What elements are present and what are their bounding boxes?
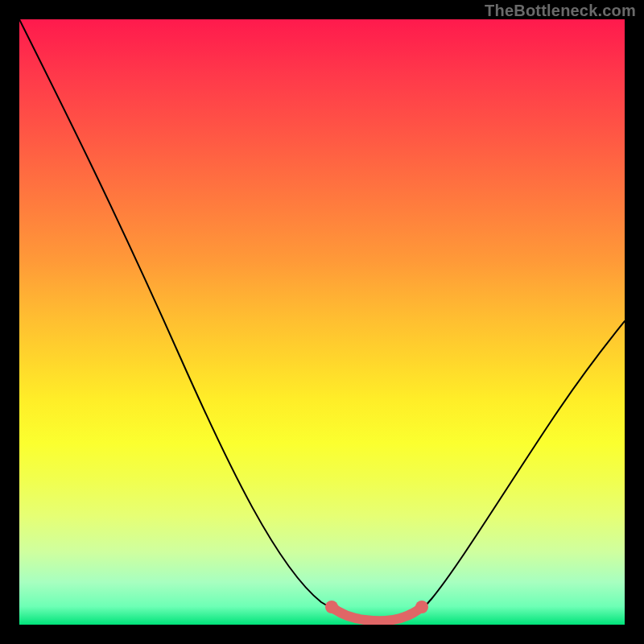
valley-dot-right [415, 601, 428, 613]
valley-dot-left [325, 601, 338, 613]
curve-line [19, 19, 625, 621]
chart-frame: TheBottleneck.com [0, 0, 644, 644]
valley-highlight [332, 607, 422, 621]
watermark-text: TheBottleneck.com [485, 2, 636, 20]
chart-svg [19, 19, 625, 625]
chart-plot-area [19, 19, 625, 625]
